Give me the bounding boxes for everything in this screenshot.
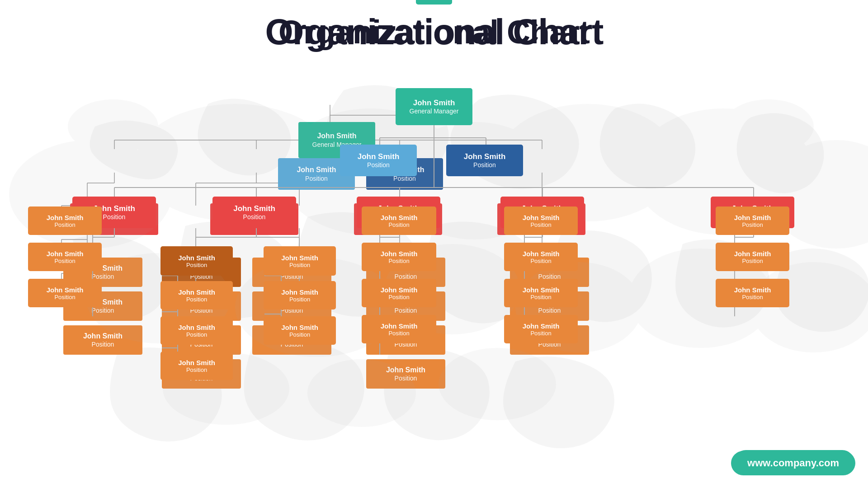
- node-l4b3[interactable]: John Smith Position: [160, 316, 233, 345]
- l4c2-name: John Smith: [281, 288, 318, 296]
- l4a1-pos: Position: [54, 221, 75, 228]
- node-l4f3[interactable]: John Smith Position: [716, 279, 789, 307]
- node-l4a1[interactable]: John Smith Position: [28, 206, 102, 235]
- svg-point-56: [723, 99, 814, 154]
- l4b1-pos: Position: [186, 262, 207, 268]
- l4c1-pos: Position: [289, 262, 310, 268]
- l4d3-pos: Position: [388, 294, 409, 300]
- node-l4b4[interactable]: John Smith Position: [160, 352, 233, 380]
- node-l3b[interactable]: John Smith Position: [212, 197, 296, 228]
- gm-name: John Smith: [413, 99, 455, 108]
- l4c1-name: John Smith: [281, 254, 318, 262]
- node-l4e3[interactable]: John Smith Position: [504, 279, 578, 307]
- l4e2-pos: Position: [530, 258, 551, 264]
- node-l4a2[interactable]: John Smith Position: [28, 243, 102, 271]
- l4b4-pos: Position: [186, 366, 207, 373]
- l4e1-name: John Smith: [523, 214, 560, 221]
- node-l2a[interactable]: John Smith Position: [340, 145, 417, 176]
- l3b-pos: Position: [243, 213, 266, 221]
- l4b3-pos: Position: [186, 331, 207, 338]
- main-title: Organizational Chart: [0, 11, 868, 53]
- node-gm[interactable]: John Smith General Manager: [396, 88, 472, 125]
- svg-point-54: [439, 348, 556, 420]
- node-l4b2[interactable]: John Smith Position: [160, 281, 233, 310]
- l4f1-pos: Position: [742, 221, 763, 228]
- top-accent-bar: [416, 0, 452, 5]
- l4b4-name: John Smith: [178, 359, 215, 366]
- l4f2-name: John Smith: [734, 250, 771, 258]
- l2b-pos: Position: [473, 161, 496, 169]
- l2b-name: John Smith: [464, 152, 506, 161]
- l4c3-name: John Smith: [281, 324, 318, 331]
- node-l4a3[interactable]: John Smith Position: [28, 279, 102, 307]
- node-l4c1[interactable]: John Smith Position: [264, 246, 336, 276]
- node-l4e4[interactable]: John Smith Position: [504, 315, 578, 343]
- l4d1-pos: Position: [388, 221, 409, 228]
- l4e3-name: John Smith: [523, 286, 560, 294]
- node-l4d1[interactable]: John Smith Position: [362, 206, 436, 235]
- node-l4e1[interactable]: John Smith Position: [504, 206, 578, 235]
- l2a-name: John Smith: [358, 152, 400, 161]
- l4b1-name: John Smith: [178, 254, 215, 262]
- l3b-name: John Smith: [233, 204, 275, 213]
- node-l4d3[interactable]: John Smith Position: [362, 279, 436, 307]
- l4d4-name: John Smith: [381, 322, 418, 330]
- l2a-pos: Position: [367, 161, 390, 169]
- l4e4-pos: Position: [530, 330, 551, 337]
- website-badge[interactable]: www.company.com: [731, 451, 855, 475]
- l4c2-pos: Position: [289, 296, 310, 303]
- svg-point-51: [750, 262, 868, 352]
- svg-point-55: [68, 99, 158, 154]
- l4a3-pos: Position: [54, 294, 75, 300]
- l4f1-name: John Smith: [734, 214, 771, 221]
- l4e2-name: John Smith: [523, 250, 560, 258]
- l4f3-pos: Position: [742, 294, 763, 300]
- l4f3-name: John Smith: [734, 286, 771, 294]
- node-l4e2[interactable]: John Smith Position: [504, 243, 578, 271]
- l4a2-name: John Smith: [47, 250, 84, 258]
- l4b2-name: John Smith: [178, 288, 215, 296]
- node-l4f1[interactable]: John Smith Position: [716, 206, 789, 235]
- node-l4f2[interactable]: John Smith Position: [716, 243, 789, 271]
- l4e3-pos: Position: [530, 294, 551, 300]
- node-l4c2[interactable]: John Smith Position: [264, 281, 336, 310]
- l4b2-pos: Position: [186, 296, 207, 303]
- l4d4-pos: Position: [388, 330, 409, 337]
- l4e1-pos: Position: [530, 221, 551, 228]
- l3a-pos: Position: [103, 213, 126, 221]
- website-url: www.company.com: [747, 457, 839, 469]
- l4d2-pos: Position: [388, 258, 409, 264]
- l4b3-name: John Smith: [178, 324, 215, 331]
- l4c3-pos: Position: [289, 331, 310, 338]
- node-l4c3[interactable]: John Smith Position: [264, 316, 336, 345]
- l4a2-pos: Position: [54, 258, 75, 264]
- svg-point-53: [307, 359, 416, 427]
- l4d2-name: John Smith: [381, 250, 418, 258]
- l4d1-name: John Smith: [381, 214, 418, 221]
- l4f2-pos: Position: [742, 258, 763, 264]
- l4a3-name: John Smith: [47, 286, 84, 294]
- node-l4d4[interactable]: John Smith Position: [362, 315, 436, 343]
- node-l2b[interactable]: John Smith Position: [446, 145, 523, 176]
- node-l4d2[interactable]: John Smith Position: [362, 243, 436, 271]
- main-layout: Organizational Chart: [0, 0, 868, 488]
- l4a1-name: John Smith: [47, 214, 84, 221]
- l4d3-name: John Smith: [381, 286, 418, 294]
- gm-pos: General Manager: [410, 108, 459, 115]
- l4e4-name: John Smith: [523, 322, 560, 330]
- node-l4b1[interactable]: John Smith Position: [160, 246, 233, 276]
